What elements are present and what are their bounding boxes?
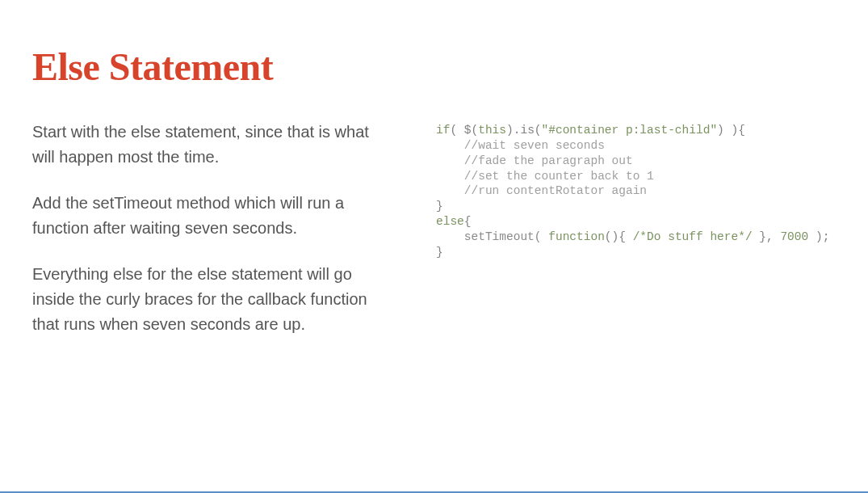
paragraph-3: Everything else for the else statement w… xyxy=(32,262,396,337)
code-keyword-else: else xyxy=(436,215,464,228)
code-call: setTimeout( xyxy=(436,230,548,243)
slide-title: Else Statement xyxy=(32,44,836,89)
code-comment: //fade the paragraph out xyxy=(436,154,633,167)
code-punct: }, xyxy=(753,230,781,243)
code-brace: } xyxy=(436,200,443,213)
code-snippet: if( $(this).is("#container p:last-child"… xyxy=(436,123,836,260)
paragraph-2: Add the setTimeout method which will run… xyxy=(32,191,396,241)
code-comment: //wait seven seconds xyxy=(436,139,605,152)
code-comment: //set the counter back to 1 xyxy=(436,170,654,183)
code-brace: { xyxy=(464,215,472,228)
code-punct: ) ){ xyxy=(717,124,745,137)
code-keyword-this: this xyxy=(478,124,506,137)
code-keyword-if: if xyxy=(436,124,450,137)
slide-content: Start with the else statement, since tha… xyxy=(32,120,836,358)
code-comment: //run contentRotator again xyxy=(436,184,647,197)
code-number: 7000 xyxy=(780,230,808,243)
code-punct: ); xyxy=(808,230,829,243)
code-string: "#container p:last-child" xyxy=(542,124,718,137)
code-brace: } xyxy=(436,246,443,259)
description-column: Start with the else statement, since tha… xyxy=(32,120,396,358)
code-punct: ).is( xyxy=(506,124,542,137)
code-column: if( $(this).is("#container p:last-child"… xyxy=(436,120,836,358)
code-block-comment: /*Do stuff here*/ xyxy=(633,230,753,243)
code-keyword-function: function xyxy=(548,230,605,243)
paragraph-1: Start with the else statement, since tha… xyxy=(32,120,396,170)
code-punct: ( $( xyxy=(450,124,478,137)
code-punct: (){ xyxy=(605,230,633,243)
